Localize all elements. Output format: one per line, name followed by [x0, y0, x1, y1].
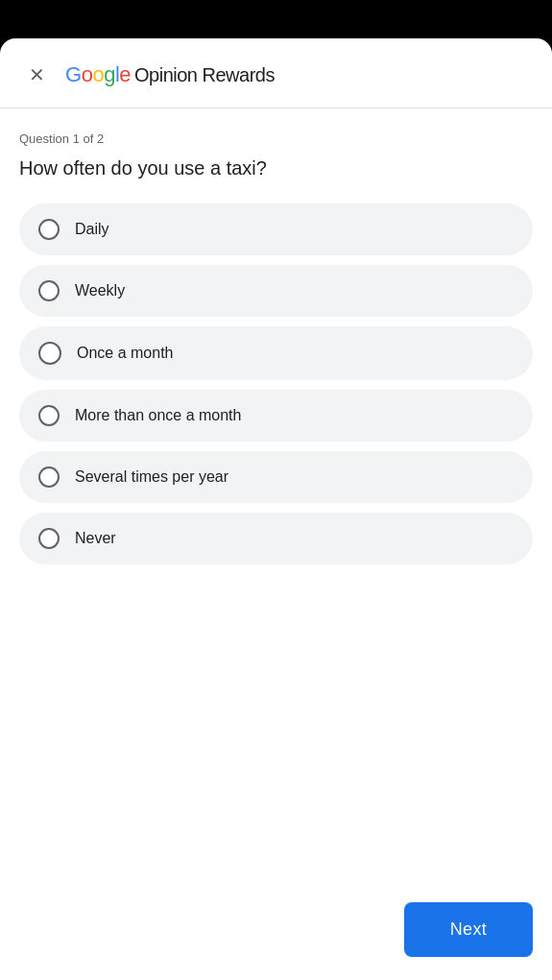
logo-o-yellow: o [92, 62, 104, 87]
question-progress: Question 1 of 2 [19, 131, 533, 146]
option-once-month[interactable]: Once a month [19, 326, 533, 380]
app-title: Opinion Rewards [134, 64, 275, 86]
option-never[interactable]: Never [19, 513, 533, 564]
option-label-daily: Daily [75, 221, 109, 238]
option-several-year[interactable]: Several times per year [19, 451, 533, 503]
radio-daily [38, 219, 60, 240]
radio-never [38, 528, 60, 549]
logo-e-red: e [119, 62, 131, 87]
logo-g-blue: G [65, 62, 82, 87]
option-label-weekly: Weekly [75, 282, 125, 299]
option-label-several-year: Several times per year [75, 468, 228, 486]
close-icon: ✕ [29, 63, 45, 86]
logo-o-red: o [82, 62, 93, 87]
option-weekly[interactable]: Weekly [19, 265, 533, 317]
google-logo: Google Opinion Rewards [65, 62, 275, 87]
logo-g-green: g [104, 62, 115, 87]
close-button[interactable]: ✕ [19, 58, 54, 92]
radio-once-month [38, 342, 61, 365]
radio-weekly [38, 280, 60, 301]
radio-several-year [38, 466, 60, 488]
options-list: Daily Weekly Once a month [19, 203, 533, 564]
question-text: How often do you use a taxi? [19, 155, 533, 180]
option-more-month[interactable]: More than once a month [19, 390, 533, 442]
survey-content: Question 1 of 2 How often do you use a t… [0, 108, 552, 887]
next-button[interactable]: Next [404, 902, 533, 957]
survey-footer: Next [0, 887, 552, 980]
option-daily[interactable]: Daily [19, 203, 533, 255]
radio-more-month [38, 405, 60, 426]
option-label-once-month: Once a month [77, 345, 174, 362]
app-header: ✕ Google Opinion Rewards [0, 38, 552, 108]
option-label-more-month: More than once a month [75, 407, 241, 424]
option-label-never: Never [75, 530, 116, 547]
